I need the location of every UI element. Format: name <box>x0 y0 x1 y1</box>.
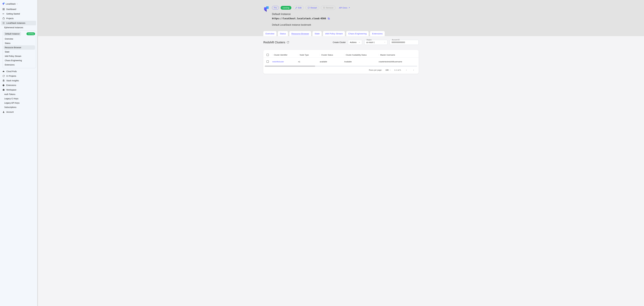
sidebar-item-account[interactable]: Account <box>1 110 36 114</box>
sidebar-item-subscriptions[interactable]: Subscriptions <box>1 105 36 109</box>
link-label: API Docs <box>339 7 347 9</box>
sidebar-item-extensions[interactable]: Extensions <box>1 83 36 87</box>
sidebar-item-auth-tokens[interactable]: Auth Tokens <box>1 92 36 96</box>
sidebar-item-stack-insights[interactable]: Stack Insights <box>1 78 36 83</box>
dropdown-label: Actions <box>350 41 356 44</box>
svg-rect-3 <box>4 8 4 9</box>
sidebar-item-workspace[interactable]: Workspace <box>1 87 36 92</box>
svg-rect-2 <box>3 8 4 9</box>
restart-button[interactable]: Restart <box>306 6 319 10</box>
page-subheader: Redshift Clusters Create Cluster Actions <box>263 38 418 48</box>
tab-extensions[interactable]: Extensions <box>370 31 384 36</box>
sidebar-item-label: Getting Started <box>6 13 20 15</box>
pencil-icon <box>295 7 297 9</box>
next-page-button[interactable] <box>412 69 416 71</box>
svg-point-17 <box>3 111 4 112</box>
column-header-master-username[interactable]: Master Username <box>379 54 416 56</box>
briefcase-icon <box>2 88 5 91</box>
table-row: redshiftcluster n1 available Available c… <box>263 58 418 66</box>
sidebar-item-label: Cloud Pods <box>6 70 17 73</box>
sync-icon <box>2 75 5 77</box>
tabs: Overview Status Resource Browser State I… <box>260 31 422 36</box>
account-id-field[interactable]: Account ID <box>390 40 418 45</box>
main: Pro running Edit Restart <box>38 0 644 306</box>
cell-cluster-status: available <box>320 61 344 63</box>
sidebar-item-dashboard[interactable]: Dashboard <box>1 7 36 12</box>
instance-tab-status[interactable]: Status <box>4 41 35 45</box>
instance-title: Default Instance <box>272 13 418 16</box>
field-label: Account ID <box>391 39 400 41</box>
instance-tab-extensions[interactable]: Extensions <box>4 63 35 67</box>
column-header-availability-status[interactable]: Cluster Availability Status <box>344 54 379 56</box>
sidebar-item-ci-projects[interactable]: CI Projects <box>1 74 36 78</box>
cell-cluster-id[interactable]: redshiftcluster <box>272 61 298 63</box>
select-all-checkbox[interactable] <box>266 54 269 56</box>
sidebar-item-cloud-pods[interactable]: Cloud Pods <box>1 69 36 74</box>
instance-tab-iam-policy-stream[interactable]: IAM Policy Stream <box>4 54 35 58</box>
tab-chaos-engineering[interactable]: Chaos Engineering <box>346 31 369 36</box>
instance-card: Default Instance running Overview Status… <box>2 31 36 68</box>
svg-rect-4 <box>3 9 4 10</box>
sidebar-item-getting-started[interactable]: Getting Started <box>1 12 36 16</box>
instance-tab-resource-browser[interactable]: Resource Browser <box>4 45 35 50</box>
button-label: Remove <box>326 7 333 9</box>
region-select[interactable]: Region us-east-1 <box>364 40 388 45</box>
brand-selector[interactable]: LocalStack <box>1 1 36 7</box>
chevron-down-icon <box>358 42 360 43</box>
sidebar-item-localstack-instances[interactable]: LocalStack Instances <box>1 21 36 25</box>
tab-state[interactable]: State <box>312 31 322 36</box>
column-header-node-type[interactable]: Node Type <box>298 54 320 56</box>
briefcase-icon <box>2 17 5 20</box>
actions-dropdown[interactable]: Actions <box>348 40 362 45</box>
svg-point-9 <box>4 22 4 23</box>
instance-tab-state[interactable]: State <box>4 50 35 54</box>
refresh-button[interactable] <box>287 41 289 44</box>
horizontal-scrollbar[interactable] <box>265 66 417 67</box>
column-header-cluster-id[interactable]: Cluster Identifier <box>272 54 298 56</box>
instance-tab-overview[interactable]: Overview <box>4 37 35 41</box>
status-badge: running <box>26 32 35 35</box>
instance-name-chip[interactable]: Default Instance <box>4 32 21 36</box>
dashboard-icon <box>2 8 5 11</box>
prev-page-button[interactable] <box>404 69 408 71</box>
row-checkbox[interactable] <box>266 60 269 63</box>
instance-description: Default LocalStack instance bookmark <box>272 24 418 26</box>
user-icon <box>2 111 5 113</box>
column-header-cluster-status[interactable]: Cluster Status <box>320 54 344 56</box>
svg-point-15 <box>4 24 4 24</box>
sidebar-item-legacy-api-keys[interactable]: Legacy API Keys <box>1 101 36 105</box>
layers-icon <box>2 79 5 82</box>
svg-point-11 <box>4 23 4 23</box>
sidebar-item-ephemeral-instances[interactable]: Ephemeral Instances <box>1 25 36 30</box>
tab-overview[interactable]: Overview <box>263 31 276 36</box>
sidebar-item-label: Auth Tokens <box>4 93 16 95</box>
sidebar-item-label: Dashboard <box>6 8 16 10</box>
pro-badge: Pro <box>272 6 279 10</box>
sidebar-item-projects[interactable]: Projects <box>1 16 36 21</box>
copy-button[interactable] <box>328 17 330 20</box>
rows-per-page-value: 100 <box>386 69 388 71</box>
sidebar-item-label: Projects <box>6 17 14 20</box>
header: Pro running Edit Restart <box>38 0 644 36</box>
rows-per-page-label: Rows per page: <box>369 69 382 71</box>
rows-per-page-select[interactable]: 100 <box>386 69 391 71</box>
button-label: Edit <box>298 7 302 9</box>
sidebar-item-legacy-ci-keys[interactable]: Legacy CI Keys <box>1 96 36 101</box>
account-id-input[interactable] <box>392 41 417 44</box>
api-docs-link[interactable]: API Docs <box>339 7 350 9</box>
sidebar-item-label: LocalStack Instances <box>6 22 25 24</box>
plane-icon <box>2 13 5 15</box>
localstack-logo-icon <box>263 6 270 12</box>
instance-tab-chaos-engineering[interactable]: Chaos Engineering <box>4 58 35 63</box>
table-footer: Rows per page: 100 1–1 of 1 <box>263 67 418 72</box>
tab-status[interactable]: Status <box>278 31 288 36</box>
tab-iam-policy-stream[interactable]: IAM Policy Stream <box>323 31 345 36</box>
edit-button[interactable]: Edit <box>293 6 304 10</box>
caret-down-icon <box>384 42 386 43</box>
create-cluster-button[interactable]: Create Cluster <box>333 41 346 44</box>
puzzle-icon <box>2 84 5 86</box>
svg-rect-16 <box>3 89 4 91</box>
tab-resource-browser[interactable]: Resource Browser <box>289 31 311 36</box>
status-badge: running <box>280 6 292 10</box>
localstack-logo-icon <box>2 3 5 5</box>
